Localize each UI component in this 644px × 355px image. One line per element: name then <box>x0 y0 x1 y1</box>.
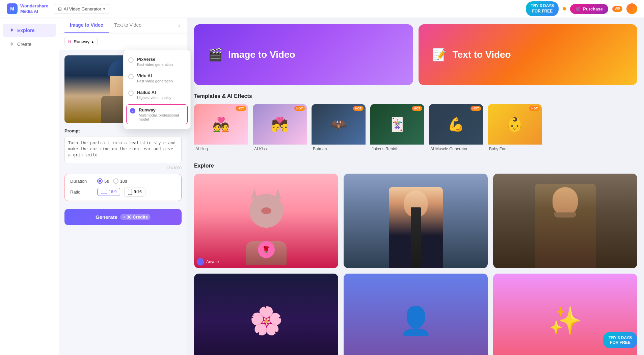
templates-section-title: Templates & AI Effects <box>194 93 637 99</box>
hero-image-to-video-title: Image to Video <box>228 49 295 60</box>
vip-badge: VIP <box>612 6 622 12</box>
runway-desc: Multimodal, professional model <box>139 113 184 121</box>
duration-radio-group: 5s 10s <box>97 178 127 184</box>
explore-section-title: Explore <box>194 163 637 169</box>
explore-username-cat: Anyme <box>206 259 219 264</box>
tabs: Image to Video Text to Video ‹ <box>59 18 187 33</box>
template-jokers-rebirth[interactable]: 🃏 HOT Joker's Rebirth <box>370 104 424 153</box>
nav-ai-video-generator[interactable]: ⊞ AI Video Generator ▾ <box>54 4 109 14</box>
sidebar: ✦ Explore ✧ Create <box>0 18 59 355</box>
explore-img-flowers: 🌸 <box>194 274 338 355</box>
dropdown-item-runway[interactable]: Runway Multimodal, professional model <box>126 104 188 124</box>
try-free-corner-button[interactable]: TRY 3 DAYS FOR FREE <box>603 332 637 348</box>
hot-badge-hug: HOT <box>236 106 246 111</box>
settings-section: Duration 5s 10s Ratio <box>64 174 182 201</box>
generate-button[interactable]: Generate + 30 Credits <box>64 209 182 225</box>
hailuo-desc: Highest video quality <box>137 96 171 100</box>
template-ai-kiss[interactable]: 💏 HOT AI Kiss <box>253 104 307 153</box>
try-free-corner-line1: TRY 3 DAYS <box>609 335 632 340</box>
explore-img-cat: 🌹 <box>194 174 338 268</box>
dropdown-item-vidu[interactable]: Vidu AI Fast video generation <box>124 70 190 86</box>
explore-icon: ✦ <box>9 27 14 33</box>
avatar[interactable] <box>626 3 637 14</box>
ratio-16-9-icon <box>101 190 107 194</box>
explore-img-woman <box>344 174 488 268</box>
explore-card-cat[interactable]: 🌹 Anyme <box>194 174 338 268</box>
collapse-button[interactable]: ‹ <box>177 18 182 33</box>
duration-label: Duration <box>70 179 97 184</box>
template-baby-face[interactable]: 👶 HOT Baby Fac <box>488 104 542 153</box>
status-indicator <box>563 7 566 10</box>
chevron-down-icon: ▾ <box>103 7 105 11</box>
radio-10s-dot <box>113 178 118 184</box>
create-icon: ✧ <box>9 41 14 47</box>
template-kiss-label: AI Kiss <box>253 145 307 153</box>
template-batman[interactable]: 🦇 HOT Batman <box>312 104 366 153</box>
template-joker-label: Joker's Rebirth <box>370 145 424 153</box>
model-selector[interactable]: R Runway ▴ <box>64 37 98 46</box>
template-hug-label: AI Hug <box>194 145 248 153</box>
explore-img-man <box>493 174 637 268</box>
templates-scroll: 💑 HOT AI Hug 💏 HOT AI Kiss 🦇 HOT Batman … <box>194 104 637 155</box>
template-muscle[interactable]: 💪 HOT AI Muscle Generator <box>429 104 483 153</box>
try-free-button[interactable]: TRY 3 DAYS FOR FREE <box>526 1 559 16</box>
chevron-up-icon: ▴ <box>91 39 94 44</box>
dropdown-item-hailuo[interactable]: Hailuo AI Highest video quality <box>124 86 190 103</box>
duration-10s[interactable]: 10s <box>113 178 127 184</box>
ratio-9-16-icon <box>128 189 132 195</box>
sidebar-item-create[interactable]: ✧ Create <box>3 37 56 51</box>
main-layout: ✦ Explore ✧ Create Image to Video Text t… <box>0 18 644 355</box>
text-to-video-icon: 📝 <box>432 48 447 62</box>
prompt-counter: 121/1000 <box>64 166 182 170</box>
logo: M Wondershare Media AI <box>7 3 48 14</box>
hero-banners: 🎬 Image to Video 📝 Text to Video <box>194 24 637 85</box>
prompt-section: Prompt Turn the portrait into a realisti… <box>59 128 187 174</box>
hero-text-to-video[interactable]: 📝 Text to Video <box>419 24 638 85</box>
pixverse-desc: Fast video generation <box>137 62 173 67</box>
hero-image-to-video[interactable]: 🎬 Image to Video <box>194 24 413 85</box>
hot-badge-joker: HOT <box>412 106 422 111</box>
main-content: 🎬 Image to Video 📝 Text to Video Templat… <box>187 18 644 355</box>
explore-card-portrait2[interactable]: 👤 <box>344 274 488 355</box>
radio-5s-dot <box>97 178 103 184</box>
credits-badge: + 30 Credits <box>120 214 151 220</box>
hero-text-to-video-title: Text to Video <box>453 49 511 60</box>
pixverse-radio <box>128 57 134 63</box>
explore-avatar-cat <box>197 258 204 265</box>
image-to-video-icon: 🎬 <box>208 48 223 62</box>
pixverse-name: PixVerse <box>137 57 173 62</box>
runway-radio <box>130 108 135 113</box>
template-batman-label: Batman <box>312 145 366 153</box>
vidu-name: Vidu AI <box>137 73 173 78</box>
purchase-button[interactable]: 🛒 Purchase <box>570 4 608 14</box>
left-panel: Image to Video Text to Video ‹ R Runway … <box>59 18 187 355</box>
hot-badge-baby: HOT <box>529 106 540 111</box>
try-free-corner-line2: FOR FREE <box>609 340 632 345</box>
model-dropdown: PixVerse Fast video generation Vidu AI F… <box>123 50 191 129</box>
explore-grid: 🌹 Anyme <box>194 174 637 355</box>
explore-card-woman[interactable] <box>344 174 488 268</box>
tab-image-to-video[interactable]: Image to Video <box>64 18 109 33</box>
header-left: M Wondershare Media AI ⊞ AI Video Genera… <box>7 3 109 14</box>
explore-card-cat-bottom: Anyme <box>197 258 219 265</box>
logo-icon: M <box>7 3 18 14</box>
hailuo-name: Hailuo AI <box>137 90 171 95</box>
header: M Wondershare Media AI ⊞ AI Video Genera… <box>0 0 644 18</box>
explore-card-flowers[interactable]: 🌸 <box>194 274 338 355</box>
duration-5s[interactable]: 5s <box>97 178 109 184</box>
explore-img-portrait2: 👤 <box>344 274 488 355</box>
prompt-textarea[interactable]: Turn the portrait into a realistic style… <box>64 136 182 163</box>
dropdown-item-pixverse[interactable]: PixVerse Fast video generation <box>124 53 190 70</box>
logo-text: Wondershare Media AI <box>20 3 48 14</box>
template-ai-hug[interactable]: 💑 HOT AI Hug <box>194 104 248 153</box>
tab-text-to-video[interactable]: Text to Video <box>109 18 147 33</box>
ratio-9-16[interactable]: 9:16 <box>124 187 145 197</box>
sidebar-item-explore[interactable]: ✦ Explore <box>3 24 56 37</box>
ratio-16-9[interactable]: 16:9 <box>97 188 120 196</box>
ratio-group: 16:9 9:16 <box>97 187 145 197</box>
template-muscle-label: AI Muscle Generator <box>429 145 483 153</box>
ratio-setting: Ratio 16:9 9:16 <box>70 187 176 197</box>
explore-card-man[interactable] <box>493 174 637 268</box>
runway-icon: R <box>68 39 72 44</box>
template-baby-label: Baby Fac <box>488 145 542 153</box>
